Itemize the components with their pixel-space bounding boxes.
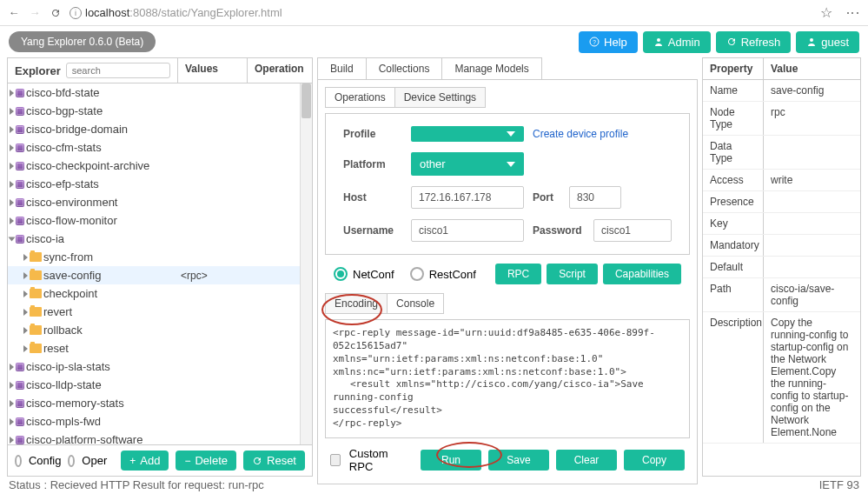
tree-value <box>178 346 248 351</box>
expand-icon <box>23 254 28 261</box>
tree-label: cisco-bridge-domain <box>26 123 128 136</box>
password-input[interactable] <box>593 219 672 242</box>
expand-icon <box>23 345 28 352</box>
create-profile-link[interactable]: Create device profile <box>533 128 628 140</box>
oper-radio[interactable] <box>68 455 75 467</box>
tree-value <box>178 328 248 333</box>
username-input[interactable] <box>411 219 524 242</box>
tree-value <box>178 401 248 406</box>
tree-item-cisco-efp-stats[interactable]: cisco-efp-stats <box>8 175 312 193</box>
restconf-radio[interactable] <box>410 267 424 281</box>
port-label: Port <box>533 191 560 204</box>
search-input[interactable] <box>66 63 170 78</box>
help-button[interactable]: ?Help <box>579 31 638 53</box>
tree-item-cisco-environment[interactable]: cisco-environment <box>8 193 312 211</box>
tree-item-cisco-ia[interactable]: cisco-ia <box>8 230 312 248</box>
expand-icon <box>10 126 14 133</box>
oper-label: Oper <box>82 454 107 467</box>
expand-icon <box>23 272 28 279</box>
add-button[interactable]: + Add <box>121 451 169 471</box>
url-path: /static/YangExplorer.html <box>158 6 282 19</box>
tab-operations[interactable]: Operations <box>325 87 395 108</box>
module-icon <box>16 399 24 408</box>
tab-collections[interactable]: Collections <box>367 57 443 79</box>
expand-icon <box>10 144 14 151</box>
delete-button[interactable]: − Delete <box>176 451 236 471</box>
svg-point-2 <box>657 38 660 42</box>
tab-build[interactable]: Build <box>317 57 367 79</box>
folder-icon <box>30 270 42 280</box>
prop-row: Presence <box>703 191 860 213</box>
profile-select[interactable] <box>411 126 524 142</box>
tree-value <box>178 218 248 224</box>
tree-view[interactable]: cisco-bfd-statecisco-bgp-statecisco-brid… <box>8 83 312 444</box>
svg-text:?: ? <box>593 39 596 45</box>
tab-device-settings[interactable]: Device Settings <box>395 87 486 108</box>
copy-button[interactable]: Copy <box>624 450 685 471</box>
tree-item-sync-from[interactable]: sync-from <box>8 248 312 266</box>
tree-value <box>178 237 248 242</box>
tab-console[interactable]: Console <box>388 293 444 314</box>
tree-label: cisco-mpls-fwd <box>26 415 101 428</box>
tree-scrollbar[interactable] <box>300 83 312 444</box>
module-icon <box>16 89 24 97</box>
prop-value <box>764 191 860 212</box>
tree-item-checkpoint[interactable]: checkpoint <box>8 284 312 303</box>
tree-item-revert[interactable]: revert <box>8 303 312 321</box>
reset-button[interactable]: Reset <box>243 451 305 471</box>
tree-value <box>178 164 248 169</box>
prop-key: Access <box>703 170 764 190</box>
capabilities-button[interactable]: Capabilities <box>603 264 681 284</box>
url-bar[interactable]: i localhost:8088/static/YangExplorer.htm… <box>70 6 813 19</box>
script-button[interactable]: Script <box>547 264 598 284</box>
expand-icon <box>23 290 28 297</box>
tree-item-reset[interactable]: reset <box>8 339 312 357</box>
tree-label: rollback <box>43 324 83 337</box>
tree-item-rollback[interactable]: rollback <box>8 321 312 339</box>
clear-button[interactable]: Clear <box>556 450 617 471</box>
annotation-oval <box>321 294 382 325</box>
back-button[interactable]: ← <box>7 6 21 20</box>
tree-item-cisco-flow-monitor[interactable]: cisco-flow-monitor <box>8 211 312 230</box>
host-label: Host <box>343 191 402 204</box>
tree-item-cisco-memory-stats[interactable]: cisco-memory-stats <box>8 394 312 412</box>
netconf-radio[interactable] <box>334 267 348 281</box>
tree-item-cisco-cfm-stats[interactable]: cisco-cfm-stats <box>8 138 312 157</box>
guest-button[interactable]: guest <box>796 31 859 53</box>
tree-label: cisco-memory-stats <box>26 397 124 410</box>
help-icon: ? <box>589 37 600 47</box>
host-input[interactable] <box>411 186 524 209</box>
prop-row: Namesave-config <box>703 80 860 102</box>
operation-header: Operation <box>248 58 312 83</box>
config-radio[interactable] <box>15 455 22 467</box>
tree-label: cisco-platform-software <box>26 433 142 444</box>
prop-key: Path <box>703 278 764 311</box>
user-icon <box>806 37 817 47</box>
tree-item-cisco-mpls-fwd[interactable]: cisco-mpls-fwd <box>8 412 312 431</box>
browser-menu-icon[interactable]: ⋮ <box>845 6 861 20</box>
tree-item-cisco-checkpoint-archive[interactable]: cisco-checkpoint-archive <box>8 157 312 175</box>
rpc-button[interactable]: RPC <box>495 264 541 284</box>
bookmark-icon[interactable]: ☆ <box>820 4 832 21</box>
platform-select[interactable]: other <box>411 152 524 176</box>
custom-rpc-checkbox[interactable] <box>330 454 341 466</box>
admin-button[interactable]: Admin <box>643 31 711 53</box>
tree-item-cisco-bridge-domain[interactable]: cisco-bridge-domain <box>8 120 312 138</box>
password-label: Password <box>533 224 585 237</box>
port-input[interactable] <box>569 186 621 209</box>
tree-item-save-config[interactable]: save-config<rpc> <box>8 266 312 284</box>
forward-button[interactable]: → <box>28 6 42 20</box>
reload-button[interactable] <box>49 6 63 20</box>
tab-manage-models[interactable]: Manage Models <box>442 57 541 79</box>
tree-value <box>178 145 248 150</box>
folder-icon <box>30 325 42 335</box>
refresh-button[interactable]: Refresh <box>716 31 792 53</box>
tree-item-cisco-bfd-state[interactable]: cisco-bfd-state <box>8 83 312 102</box>
tree-item-cisco-platform-software[interactable]: cisco-platform-software <box>8 431 312 444</box>
tree-label: sync-from <box>43 250 93 264</box>
tree-item-cisco-bgp-state[interactable]: cisco-bgp-state <box>8 102 312 120</box>
tree-item-cisco-lldp-state[interactable]: cisco-lldp-state <box>8 376 312 394</box>
tree-item-cisco-ip-sla-stats[interactable]: cisco-ip-sla-stats <box>8 357 312 376</box>
prop-value: Copy the running-config to startup-confi… <box>764 312 860 443</box>
profile-label: Profile <box>343 128 402 140</box>
